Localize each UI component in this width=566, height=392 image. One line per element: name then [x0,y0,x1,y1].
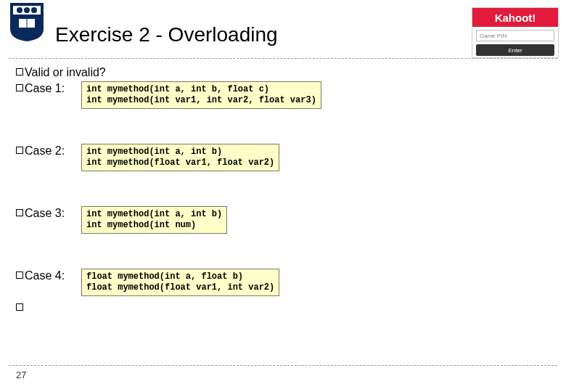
case-3: Case 3: int mymethod(int a, int b) int m… [16,206,550,234]
case-2-label: Case 2: [25,144,65,158]
checkbox-icon [16,84,23,91]
case-2: Case 2: int mymethod(int a, int b) int m… [16,144,550,171]
question-line: Valid or invalid? [16,65,550,80]
checkbox-icon [16,147,23,154]
page-title: Exercise 2 - Overloading [55,23,278,46]
trailing-checkbox [16,301,550,311]
case-1-label: Case 1: [25,81,65,96]
case-2-code: int mymethod(int a, int b) int mymethod(… [81,144,279,171]
case-3-label: Case 3: [25,206,65,221]
svg-point-3 [31,7,37,13]
svg-point-1 [17,7,22,13]
checkbox-icon [16,271,23,279]
case-3-code: int mymethod(int a, int b) int mymethod(… [81,206,227,234]
checkbox-icon [16,209,23,216]
kahoot-brand: Kahoot! [472,8,558,27]
case-4-code: float mymethod(int a, float b) float mym… [81,269,279,296]
checkbox-icon [16,68,23,75]
university-logo [9,1,45,42]
case-1: Case 1: int mymethod(int a, int b, float… [16,81,550,109]
checkbox-icon [16,303,23,311]
page-number: 27 [16,369,26,380]
case-1-code: int mymethod(int a, int b, float c) int … [81,81,321,109]
kahoot-widget: Kahoot! Game PIN Enter [472,7,559,58]
content-area: Valid or invalid? Case 1: int mymethod(i… [16,65,550,311]
svg-point-2 [24,7,30,13]
question-text: Valid or invalid? [25,65,106,80]
case-4-label: Case 4: [25,269,65,283]
case-4: Case 4: float mymethod(int a, float b) f… [16,269,550,311]
divider-bottom [9,365,557,366]
kahoot-pin-input[interactable]: Game PIN [476,30,554,41]
kahoot-enter-button[interactable]: Enter [476,44,554,56]
